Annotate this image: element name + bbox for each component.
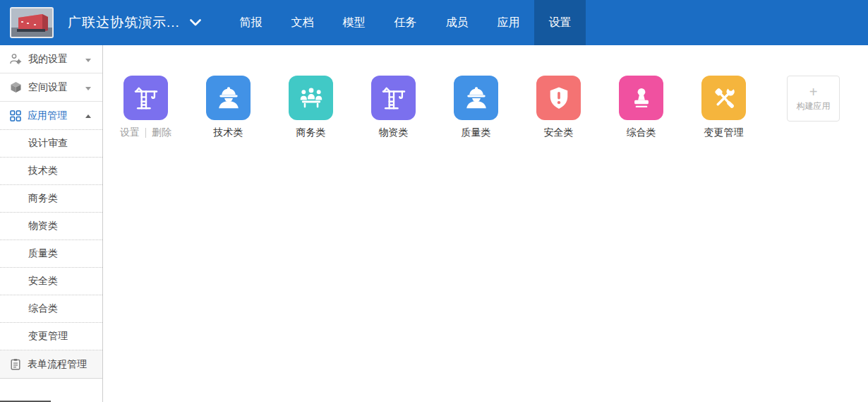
workspace-switcher[interactable]: 广联达协筑演示... [68, 0, 201, 45]
sidebar-item-app-management[interactable]: 应用管理 [0, 102, 102, 130]
app-tile-change-management[interactable]: 变更管理 [701, 76, 746, 139]
app-tile-label: 安全类 [528, 126, 589, 139]
sidebar-item-label: 表单流程管理 [28, 358, 87, 371]
build-app-button[interactable]: + 构建应用 [787, 76, 840, 122]
app-tile-label: 质量类 [445, 126, 507, 139]
sidebar-item-label: 我的设置 [28, 53, 68, 66]
app-icon[interactable] [701, 76, 746, 120]
sidebar-item-quality[interactable]: 质量类 [0, 240, 102, 268]
worker-helmet-icon [215, 85, 242, 112]
app-icon[interactable] [123, 76, 168, 120]
sidebar-item-technical[interactable]: 技术类 [0, 158, 102, 185]
app-tile-label: 商务类 [280, 126, 342, 139]
caret-down-icon [85, 87, 91, 93]
app-tile-comprehensive[interactable]: 综合类 [619, 76, 663, 139]
app-tile-quality[interactable]: 质量类 [454, 76, 498, 139]
app-icon[interactable] [619, 76, 663, 120]
tab-documents[interactable]: 文档 [277, 0, 328, 45]
app-tile-label: 综合类 [610, 126, 672, 139]
tab-tasks[interactable]: 任务 [380, 0, 431, 45]
sidebar-item-change-management[interactable]: 变更管理 [0, 323, 102, 350]
worker-helmet-icon [463, 85, 490, 112]
app-icon[interactable] [206, 76, 251, 120]
sidebar-item-business[interactable]: 商务类 [0, 185, 102, 213]
divider [145, 128, 146, 138]
crossed-tools-icon [711, 85, 737, 112]
build-app-label: 构建应用 [797, 100, 831, 112]
app-tile-technical[interactable]: 技术类 [206, 76, 251, 139]
sidebar-item-comprehensive[interactable]: 综合类 [0, 295, 102, 323]
sidebar-item-space-settings[interactable]: 空间设置 [0, 73, 102, 102]
tower-crane-icon [133, 85, 159, 112]
caret-up-icon [85, 112, 91, 118]
tab-settings[interactable]: 设置 [534, 0, 586, 45]
app-management-panel: 设置 删除 [104, 45, 868, 402]
tile-settings-action[interactable]: 设置 [120, 126, 140, 139]
tab-members[interactable]: 成员 [431, 0, 483, 45]
app-icon[interactable] [371, 76, 416, 120]
sidebar-item-label: 应用管理 [28, 110, 67, 122]
app-tile-materials[interactable]: 物资类 [371, 76, 416, 139]
tower-crane-icon [380, 85, 407, 112]
app-window: 广联达协筑演示... 简报 文档 模型 任务 成员 应用 设置 [0, 0, 868, 402]
tab-briefing[interactable]: 简报 [225, 0, 277, 45]
plus-icon: + [809, 85, 818, 98]
tab-apps[interactable]: 应用 [483, 0, 534, 45]
sidebar-item-design-review[interactable]: 设计审查 [0, 130, 102, 158]
app-tile-label: 技术类 [198, 126, 259, 139]
app-tile-business[interactable]: 商务类 [289, 76, 333, 139]
stamp-icon [628, 85, 655, 112]
primary-tabs: 简报 文档 模型 任务 成员 应用 设置 [225, 0, 586, 45]
sidebar-item-my-settings[interactable]: 我的设置 [0, 45, 102, 73]
caret-down-icon [85, 59, 91, 65]
settings-sidebar: 我的设置 空间设置 应用管理 设计审查 技术类 商务类 物资类 [0, 45, 103, 402]
app-tile-label: 变更管理 [693, 126, 754, 139]
chevron-down-icon [190, 19, 201, 26]
tile-delete-action[interactable]: 删除 [152, 126, 171, 139]
app-tile-design-review[interactable]: 设置 删除 [123, 76, 168, 139]
workspace-title: 广联达协筑演示... [68, 13, 180, 32]
clipboard-icon [10, 358, 21, 370]
workspace-logo[interactable] [10, 7, 54, 38]
tile-hover-actions: 设置 删除 [114, 126, 178, 139]
user-settings-icon [10, 53, 22, 65]
app-icon[interactable] [536, 76, 581, 120]
app-icon[interactable] [289, 76, 333, 120]
sidebar-item-form-flow-management[interactable]: 表单流程管理 [0, 350, 102, 379]
shield-alert-icon [545, 85, 572, 112]
grid-icon [10, 110, 21, 122]
sidebar-item-safety[interactable]: 安全类 [0, 268, 102, 295]
meeting-people-icon [298, 85, 325, 112]
app-tile-safety[interactable]: 安全类 [536, 76, 581, 139]
sidebar-item-materials[interactable]: 物资类 [0, 213, 102, 240]
tab-models[interactable]: 模型 [328, 0, 380, 45]
app-icon[interactable] [454, 76, 498, 120]
top-navigation-bar: 广联达协筑演示... 简报 文档 模型 任务 成员 应用 设置 [0, 0, 868, 45]
cube-icon [10, 81, 22, 93]
app-tile-label: 物资类 [363, 126, 424, 139]
app-tile-row: 设置 删除 [104, 45, 868, 139]
project-building-thumbnail [11, 8, 52, 37]
sidebar-item-label: 空间设置 [28, 81, 68, 94]
